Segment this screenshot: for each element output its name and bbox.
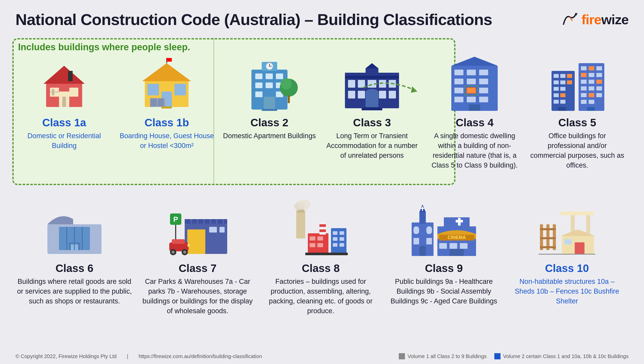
svg-rect-144 [310,243,315,247]
svg-rect-34 [264,97,275,110]
class-6-icon [46,201,103,258]
class-4-name: Class 4 [456,117,494,129]
svg-marker-54 [366,63,378,68]
svg-rect-88 [589,66,594,70]
svg-rect-83 [560,93,565,97]
svg-rect-152 [319,222,326,235]
svg-marker-11 [142,63,191,81]
class-7-icon: P [169,201,226,258]
svg-marker-2 [44,66,85,84]
svg-rect-87 [581,66,587,70]
svg-rect-149 [340,237,344,241]
footer-right: Volume 1 all Class 2 to 9 Buildings Volu… [399,353,629,359]
dashed-arrow [355,72,433,103]
svg-rect-32 [255,92,262,97]
svg-rect-182 [540,228,556,230]
svg-rect-29 [255,82,262,88]
svg-point-36 [281,78,292,89]
class-1a-card: Class 1a Domestic or Residential Buildin… [13,50,115,175]
class-4-card: Class 4 A single domestic dwelling withi… [423,50,526,175]
svg-rect-104 [558,107,566,111]
svg-rect-187 [575,242,584,254]
class-5-card: Class 5 Office buildings for professiona… [526,50,629,175]
svg-rect-145 [317,243,323,247]
svg-rect-81 [560,87,565,91]
svg-rect-98 [596,86,602,90]
svg-rect-38 [262,109,277,111]
class-7-desc: Car Parks & Warehouses 7a - Car parks 7b… [140,277,255,316]
svg-rect-114 [75,244,78,250]
logo-icon [561,12,579,27]
legend-volume1: Volume 1 all Class 2 to 9 Buildings [399,353,487,359]
class-10-icon [539,201,595,258]
svg-rect-37 [288,95,290,103]
svg-rect-154 [319,229,326,232]
svg-rect-164 [426,238,432,244]
class-3-desc: Long Term or Transient Accommodation for… [325,131,419,160]
svg-rect-142 [310,236,315,241]
svg-rect-75 [560,74,565,78]
svg-rect-7 [50,92,59,92]
svg-rect-94 [589,80,594,84]
class-5-name: Class 5 [558,117,596,129]
legend-volume2: Volume 2 certain Class 1 and 10a, 10b & … [494,353,629,359]
svg-rect-13 [147,84,159,95]
svg-rect-130 [172,239,185,244]
top-row: Class 1a Domestic or Residential Buildin… [13,50,629,175]
class-7-card: P [136,196,259,321]
class-10-card: Class 10 Non-habitable structures 10a – … [505,196,629,321]
svg-rect-101 [596,93,602,97]
svg-rect-9 [68,71,73,81]
svg-rect-188 [564,239,572,244]
svg-rect-68 [454,97,463,102]
logo: firewize [561,12,629,27]
svg-rect-42 [348,80,355,88]
svg-rect-60 [467,70,476,75]
svg-rect-175 [450,249,464,256]
svg-rect-147 [340,231,344,235]
bottom-row: Class 6 Buildings where retail goods are… [13,196,629,321]
svg-rect-176 [561,211,594,215]
svg-marker-58 [451,57,498,66]
svg-rect-148 [333,237,337,241]
legend-volume2-text: Volume 2 certain Class 1 and 10a, 10b & … [503,353,629,359]
svg-text:P: P [173,215,178,223]
svg-rect-19 [167,58,172,62]
class-6-card: Class 6 Buildings where retail goods are… [13,196,136,321]
class-5-icon [549,55,606,112]
svg-rect-93 [581,80,587,84]
svg-rect-65 [467,88,476,93]
class-2-name: Class 2 [250,117,288,129]
class-9-name: Class 9 [425,262,463,274]
class-1b-name: Class 1b [145,117,189,129]
svg-rect-56 [364,107,380,109]
svg-rect-126 [187,229,205,254]
svg-marker-106 [411,86,417,93]
class-1a-icon [36,55,92,112]
svg-rect-30 [266,82,273,88]
svg-rect-92 [596,73,602,77]
svg-rect-146 [333,231,337,235]
svg-rect-62 [454,79,463,84]
svg-rect-165 [419,246,426,256]
svg-rect-61 [479,70,488,75]
legend-volume1-text: Volume 1 all Class 2 to 9 Buildings [408,353,487,359]
svg-rect-103 [589,100,594,104]
svg-rect-112 [69,242,80,250]
class-10-desc: Non-habitable structures 10a – Sheds 10b… [509,277,625,306]
class-7-name: Class 7 [179,262,216,274]
class-2-desc: Domestic Apartment Buildings [223,131,316,141]
legend-box-gray [399,353,405,359]
svg-rect-85 [560,100,565,104]
class-8-desc: Factories – buildings used for productio… [263,277,378,316]
svg-rect-162 [426,226,432,234]
svg-point-132 [172,251,175,254]
svg-rect-174 [460,243,468,249]
svg-rect-105 [587,107,595,111]
logo-text: firewize [581,12,629,27]
class-4-icon [446,55,503,112]
svg-rect-163 [413,238,419,244]
svg-rect-20 [162,106,172,109]
svg-rect-66 [454,88,463,93]
svg-rect-102 [581,100,587,104]
